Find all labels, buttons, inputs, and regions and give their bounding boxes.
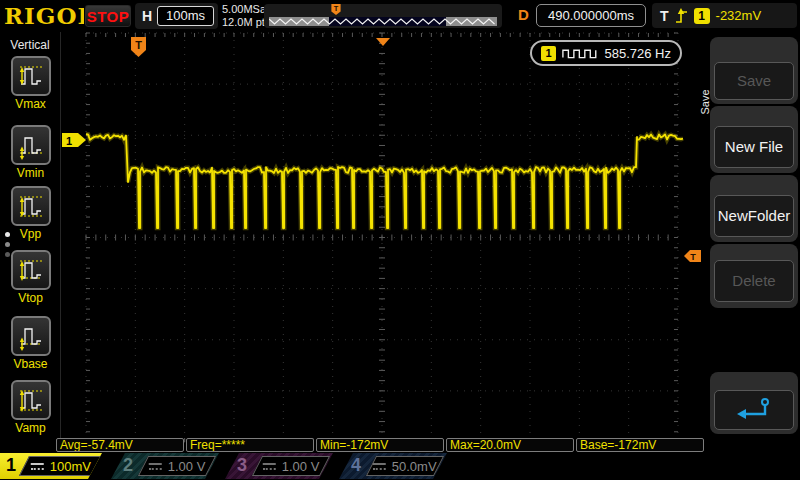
dc-coupling-icon — [149, 462, 162, 471]
measurement-avg: Avg=-57.4mV — [56, 438, 184, 452]
ch1-level-marker[interactable]: 1 — [62, 133, 86, 147]
softkey-slot — [710, 372, 798, 434]
trigger-time-flag[interactable]: T — [131, 37, 146, 57]
dc-coupling-icon — [31, 462, 44, 471]
new-folder-button[interactable]: NewFolder — [714, 195, 794, 237]
channel-status-bar: 1 100mV 2 1.00 V 3 1.00 V 4 50.0mV — [0, 452, 800, 480]
svg-text:T: T — [690, 252, 696, 262]
channel-number: 4 — [351, 455, 361, 476]
channel-1-scale: 100mV — [19, 456, 103, 476]
channel-1-tab[interactable]: 1 100mV — [0, 453, 104, 479]
softkey-slot: Delete — [710, 244, 798, 308]
square-wave-icon — [562, 47, 599, 60]
channel-3-scale: 1.00 V — [252, 456, 330, 476]
measurement-max: Max=20.0mV — [446, 438, 574, 452]
trigger-level-marker[interactable]: T — [684, 250, 701, 262]
channel-2-tab[interactable]: 2 1.00 V — [109, 453, 221, 479]
graticule-grid — [86, 33, 678, 442]
softkey-slot: NewFolder — [710, 175, 798, 242]
channel-4-tab[interactable]: 4 50.0mV — [337, 453, 449, 479]
counter-source-chip: 1 — [541, 46, 556, 61]
screen-center-marker-icon — [376, 38, 390, 46]
save-button[interactable]: Save — [714, 62, 794, 100]
graticule-display: 1 T T — [0, 0, 800, 480]
measurement-base: Base=-172mV — [576, 438, 704, 452]
back-button[interactable] — [714, 390, 794, 430]
frequency-value: 585.726 Hz — [605, 46, 672, 61]
softkey-slot: Save — [710, 37, 798, 104]
delete-button[interactable]: Delete — [714, 260, 794, 302]
frequency-counter: 1 585.726 Hz — [530, 40, 682, 66]
channel-number: 2 — [123, 455, 133, 476]
softkey-slot: New File — [710, 106, 798, 173]
channel-number: 3 — [237, 455, 247, 476]
return-arrow-icon — [732, 395, 776, 425]
new-file-button[interactable]: New File — [714, 126, 794, 168]
channel-4-scale: 50.0mV — [366, 456, 444, 476]
dc-coupling-icon — [373, 462, 386, 471]
svg-text:T: T — [135, 39, 142, 51]
measurement-min: Min=-172mV — [316, 438, 444, 452]
measurement-freq: Freq=***** — [186, 438, 314, 452]
softkey-menu: Save Save New File NewFolder Delete — [702, 32, 800, 452]
dc-coupling-icon — [263, 462, 276, 471]
channel-3-tab[interactable]: 3 1.00 V — [223, 453, 335, 479]
svg-text:1: 1 — [66, 135, 72, 147]
channel-2-scale: 1.00 V — [138, 456, 216, 476]
channel-number: 1 — [6, 455, 16, 476]
